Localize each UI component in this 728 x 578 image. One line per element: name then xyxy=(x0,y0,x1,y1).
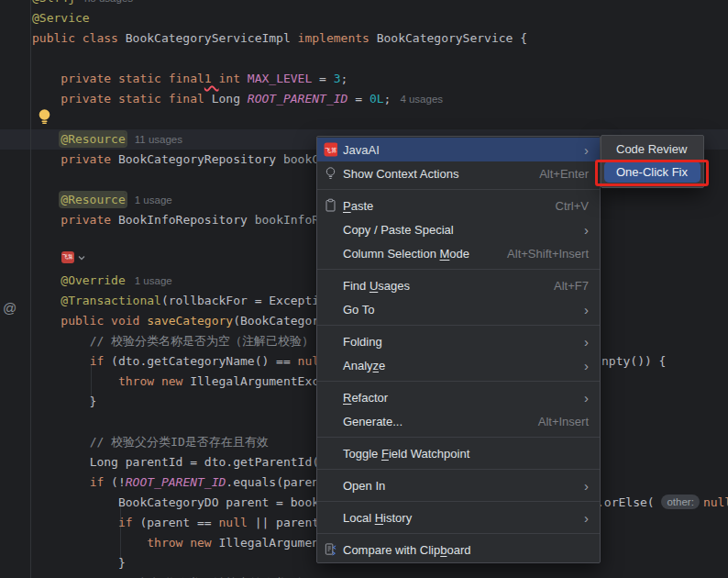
icon-placeholder xyxy=(324,302,337,317)
menu-shortcut: Alt+Shift+Insert xyxy=(507,247,589,261)
javaai-icon: 飞算 xyxy=(324,142,337,157)
code-token: // 校验父分类ID是否存在且有效 xyxy=(90,435,269,449)
ide-editor: @Slf4jno usages@Servicepublic class Book… xyxy=(0,0,728,578)
code-line: private static final1 int MAX_LEVEL = 3; xyxy=(0,69,535,89)
code-token: 0L xyxy=(370,92,384,106)
code-token: @Resource xyxy=(61,132,125,146)
code-token: BookInfoRepository xyxy=(118,213,255,227)
code-token: ; xyxy=(384,92,392,106)
paste-icon xyxy=(324,198,337,213)
menu-item-show-context-actions[interactable]: Show Context ActionsAlt+Enter xyxy=(317,161,600,185)
code-token: throw new xyxy=(147,536,218,550)
code-token: private static final xyxy=(61,72,204,85)
code-token: BookCategoryServiceImpl xyxy=(126,31,298,45)
code-token: } xyxy=(32,395,96,408)
menu-item-label: Find Usages xyxy=(343,279,537,293)
code-token xyxy=(32,536,147,550)
intention-lightbulb-icon[interactable] xyxy=(38,108,51,129)
menu-item-label: Refactor xyxy=(343,391,568,405)
code-token: throw new xyxy=(118,374,190,388)
submenu-item-one-click-fix[interactable]: One-Click Fix xyxy=(604,161,700,183)
submenu-arrow-icon: › xyxy=(584,143,589,157)
code-token: ; xyxy=(341,72,348,85)
usages-inlay-hint[interactable]: 1 usage xyxy=(135,195,172,206)
usages-inlay-hint[interactable]: 4 usages xyxy=(400,94,443,105)
code-line: @Service xyxy=(0,8,535,28)
compare-clipboard-icon xyxy=(324,542,337,557)
inline-ai-icon[interactable]: 飞算 xyxy=(61,251,74,263)
code-token: @Slf4j xyxy=(32,0,75,5)
submenu-arrow-icon: › xyxy=(584,303,589,317)
code-token xyxy=(32,354,90,368)
menu-item-label: Column Selection Mode xyxy=(343,247,491,261)
usages-inlay-hint[interactable]: no usages xyxy=(84,0,133,4)
code-token: Long xyxy=(212,92,248,106)
menu-shortcut: Alt+Insert xyxy=(538,415,589,428)
code-token: null xyxy=(703,495,728,509)
code-token: = xyxy=(347,92,369,106)
code-token: MAX_LEVEL xyxy=(248,72,312,85)
javaai-submenu: Code ReviewOne-Click Fix xyxy=(601,135,704,188)
code-line: // 根据父分类ID计算当前分类层级 xyxy=(0,573,535,578)
submenu-arrow-icon: › xyxy=(584,479,589,493)
menu-item-label: Paste xyxy=(343,199,539,213)
icon-placeholder xyxy=(324,334,337,349)
menu-shortcut: Alt+F7 xyxy=(554,279,589,293)
menu-item-label: Go To xyxy=(343,303,568,317)
menu-item-label: Copy / Paste Special xyxy=(343,223,568,237)
at-gutter-icon: @ xyxy=(3,300,17,316)
usages-inlay-hint[interactable]: 11 usages xyxy=(135,134,182,145)
chevron-down-icon[interactable] xyxy=(77,254,86,261)
code-token xyxy=(32,193,61,206)
menu-separator xyxy=(317,533,600,534)
code-token: @Service xyxy=(32,11,90,25)
icon-placeholder xyxy=(324,358,337,372)
submenu-arrow-icon: › xyxy=(584,391,589,405)
menu-separator xyxy=(317,189,600,190)
menu-item-refactor[interactable]: Refactor› xyxy=(317,385,600,409)
icon-placeholder xyxy=(324,278,337,293)
code-token xyxy=(32,294,61,307)
code-token xyxy=(32,213,61,227)
menu-item-label: Open In xyxy=(343,479,568,493)
code-token: (! xyxy=(104,475,125,489)
code-token: BookCategoryRepository xyxy=(118,152,283,166)
code-token: if xyxy=(90,354,105,368)
menu-item-compare-with-clipboard[interactable]: Compare with Clipboard xyxy=(317,538,600,561)
menu-item-column-selection-mode[interactable]: Column Selection ModeAlt+Shift+Insert xyxy=(317,241,600,265)
icon-placeholder xyxy=(324,446,337,461)
menu-item-generate[interactable]: Generate...Alt+Insert xyxy=(317,409,600,433)
code-token xyxy=(32,314,61,328)
menu-item-folding[interactable]: Folding› xyxy=(317,329,600,353)
menu-separator xyxy=(317,437,600,438)
code-token xyxy=(32,152,61,166)
usages-inlay-hint[interactable]: 1 usage xyxy=(135,275,172,286)
code-token: @Override xyxy=(61,273,125,287)
menu-item-local-history[interactable]: Local History› xyxy=(317,506,600,529)
code-token: (dto.getCategoryName() == xyxy=(104,354,297,368)
code-line xyxy=(0,109,535,129)
menu-item-analyze[interactable]: Analyze› xyxy=(317,353,600,377)
menu-item-go-to[interactable]: Go To› xyxy=(317,297,600,321)
code-token: public class xyxy=(32,31,126,45)
code-token: null xyxy=(219,516,248,529)
code-line: private static final Long ROOT_PARENT_ID… xyxy=(0,89,535,109)
menu-item-copy-paste-special[interactable]: Copy / Paste Special› xyxy=(317,217,600,241)
menu-item-open-in[interactable]: Open In› xyxy=(317,473,600,497)
menu-separator xyxy=(317,325,600,326)
submenu-arrow-icon: › xyxy=(584,223,589,237)
code-token: npty()) { xyxy=(601,354,666,368)
submenu-item-code-review[interactable]: Code Review xyxy=(601,138,703,161)
inline-ai-widget[interactable]: 飞算 xyxy=(61,251,86,263)
code-token xyxy=(32,374,118,388)
menu-separator xyxy=(317,469,600,470)
code-line: public class BookCategoryServiceImpl imp… xyxy=(0,28,535,49)
code-line-fragment: npty()) { xyxy=(601,351,666,372)
menu-item-find-usages[interactable]: Find UsagesAlt+F7 xyxy=(317,273,600,297)
menu-item-javaai[interactable]: 飞算JavaAI› xyxy=(317,138,600,161)
menu-item-paste[interactable]: PasteCtrl+V xyxy=(317,194,600,217)
icon-placeholder xyxy=(324,414,337,428)
menu-separator xyxy=(317,269,600,270)
menu-item-toggle-field-watchpoint[interactable]: Toggle Field Watchpoint xyxy=(317,441,600,465)
code-token: saveCategory xyxy=(147,314,233,328)
